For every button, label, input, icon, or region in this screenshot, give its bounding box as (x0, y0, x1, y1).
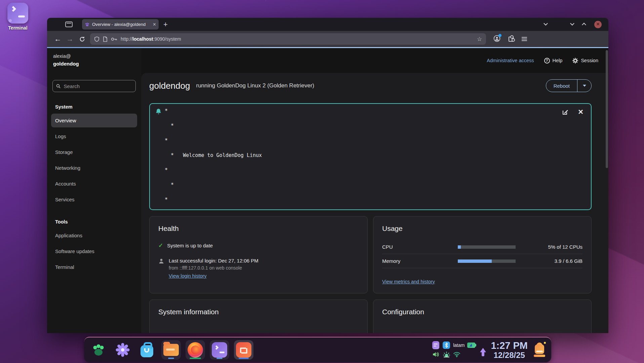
help-icon: ? (544, 58, 550, 64)
usage-card: Usage CPU 5% of 12 CPUs Memory 3.9 / 6.6… (373, 216, 592, 293)
system-information-title: System information (158, 308, 359, 316)
sidebar-item-software-updates[interactable]: Software updates (51, 244, 137, 258)
sidebar-item-services[interactable]: Services (51, 193, 137, 206)
system-tray: latam 1:27 PM 12/28/25 (432, 340, 547, 359)
keyboard-layout-indicator[interactable]: latam (453, 342, 465, 348)
list-all-tabs-icon[interactable] (544, 21, 548, 26)
motd-banner: * * * * Welcome to GoldenDog Linux * * *… (149, 103, 592, 210)
window-maximize-icon[interactable] (582, 23, 586, 27)
terminal-icon (212, 342, 227, 358)
clock[interactable]: 1:27 PM 12/28/25 (491, 340, 528, 359)
sidebar-item-overview[interactable]: Overview (51, 114, 137, 127)
masthead: Administrative access ? Help Session (141, 48, 608, 73)
bluetooth-icon[interactable] (443, 341, 450, 349)
paw-icon (91, 342, 106, 357)
account-icon[interactable] (493, 35, 500, 43)
dock-item-files[interactable] (161, 340, 181, 360)
desktop-shortcut-terminal[interactable]: Terminal (5, 3, 31, 31)
health-title: Health (158, 225, 359, 233)
window-minimize-icon[interactable] (570, 21, 574, 26)
volume-icon[interactable] (432, 351, 440, 359)
view-metrics-link[interactable]: View metrics and history (382, 279, 435, 284)
search-box[interactable] (52, 80, 136, 92)
configuration-title: Configuration (382, 308, 582, 316)
reboot-button[interactable]: Reboot (546, 80, 577, 92)
wifi-icon[interactable] (453, 352, 465, 359)
clipboard-icon[interactable] (432, 341, 439, 349)
reboot-dropdown-toggle[interactable] (577, 80, 591, 92)
browser-tab[interactable]: Overview - alexia@goldend × (82, 19, 159, 30)
tray-expand-icon[interactable] (480, 348, 486, 352)
sidebar-item-networking[interactable]: Networking (51, 161, 137, 175)
sidebar-item-storage[interactable]: Storage (51, 145, 137, 159)
dock-apps (89, 340, 253, 360)
sidebar-nav: System Overview Logs Storage Networking … (47, 101, 141, 274)
running-indicator (168, 358, 174, 359)
dock-item-store[interactable] (137, 340, 157, 360)
cpu-usage-row: CPU 5% of 12 CPUs (382, 240, 582, 254)
reload-icon[interactable] (76, 36, 88, 42)
browser-titlebar: Overview - alexia@goldend × + (47, 18, 608, 31)
help-menu[interactable]: ? Help (544, 58, 563, 64)
motd-text: * * * * Welcome to GoldenDog Linux * * * (150, 104, 591, 203)
check-icon: ✓ (158, 242, 163, 249)
dock-item-screenshot[interactable] (234, 340, 253, 360)
paw-favicon-icon (85, 22, 90, 27)
user-icon (158, 258, 164, 264)
administrative-access-link[interactable]: Administrative access (487, 58, 534, 63)
view-login-history-link[interactable]: View login history (169, 273, 207, 279)
cpu-value: 5% of 12 CPUs (516, 244, 582, 250)
page-title-hostname: goldendog (149, 81, 190, 91)
page-header: goldendog running GoldenDog Linux 2 (Gol… (149, 78, 592, 94)
bookmark-star-icon[interactable]: ☆ (477, 36, 482, 43)
sidebar: alexia@ goldendog System Overview Logs S… (47, 48, 141, 333)
forward-icon[interactable]: → (64, 35, 76, 43)
edit-motd-icon[interactable] (562, 109, 568, 115)
extensions-icon[interactable] (509, 37, 514, 42)
sidebar-item-accounts[interactable]: Accounts (51, 177, 137, 191)
dock-item-pets[interactable] (89, 340, 108, 360)
new-tab-button[interactable]: + (163, 20, 168, 29)
nav-header-system: System (47, 101, 141, 114)
scrollbar-thumb[interactable] (606, 50, 608, 168)
dock-item-settings[interactable] (113, 340, 132, 360)
terminal-icon (7, 3, 28, 24)
back-icon[interactable]: ← (52, 35, 64, 43)
session-menu[interactable]: Session (572, 58, 598, 64)
bottom-cards-row: System information Configuration (149, 299, 592, 333)
shield-icon[interactable] (94, 36, 99, 42)
brand: alexia@ goldendog (47, 53, 141, 67)
brightness-icon[interactable] (443, 351, 450, 359)
page-icon[interactable] (103, 36, 108, 42)
firefox-icon (188, 342, 203, 358)
sidebar-item-applications[interactable]: Applications (51, 229, 137, 242)
scrollbar[interactable] (606, 50, 608, 331)
search-icon (56, 84, 61, 89)
sidebar-item-terminal[interactable]: Terminal (51, 260, 137, 274)
memory-progress-bar (458, 259, 516, 263)
notification-dot (498, 34, 501, 37)
gear-icon (115, 342, 130, 357)
running-indicator (239, 358, 249, 359)
tab-title: Overview - alexia@goldend (92, 22, 152, 27)
cpu-label: CPU (382, 244, 458, 250)
login-from-text: from ::ffff:127.0.0.1 on web console (169, 265, 258, 271)
configuration-card: Configuration (373, 299, 592, 333)
battery-icon[interactable] (467, 342, 475, 348)
window-close-icon[interactable] (594, 21, 602, 28)
tab-close-icon[interactable]: × (152, 22, 156, 27)
menu-icon[interactable] (522, 37, 527, 41)
dismiss-motd-icon[interactable]: ✕ (578, 109, 583, 115)
taskbar: latam 1:27 PM 12/28/25 (84, 337, 551, 362)
time-text: 1:27 PM (491, 340, 528, 351)
dock-item-terminal[interactable] (210, 340, 229, 360)
url-text[interactable]: http://localhost:9090/system (121, 36, 474, 42)
last-login-text: Last successful login: Dec 27, 12:06 PM (169, 258, 258, 264)
hydrant-icon[interactable] (532, 342, 547, 358)
search-input[interactable] (64, 83, 132, 89)
url-bar[interactable]: http://localhost:9090/system ☆ (90, 33, 486, 45)
key-icon (111, 37, 117, 41)
sidebar-item-logs[interactable]: Logs (51, 129, 137, 143)
dock-item-firefox[interactable] (186, 340, 205, 360)
firefox-view-icon[interactable] (65, 22, 73, 27)
